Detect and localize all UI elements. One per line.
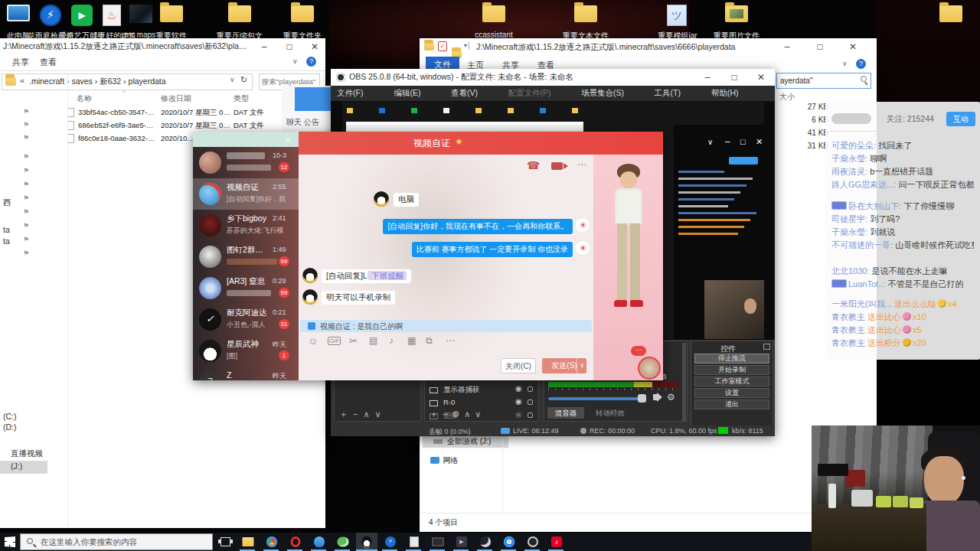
emoji-icon[interactable]: ☺ <box>308 335 318 347</box>
source-row-显示器捕获[interactable]: 显示器捕获◉ <box>425 384 538 396</box>
explorer2-nav-network[interactable]: 网络 <box>430 452 458 466</box>
mixer-tab-active[interactable]: 混音器 <box>547 407 584 419</box>
explorer1-maximize-button[interactable]: □ <box>278 38 301 55</box>
nav-drive-j-selected[interactable]: (J:) <box>0 461 47 474</box>
interact-button[interactable]: 互动 <box>946 112 975 126</box>
obs-menu-文件(F)[interactable]: 文件(F) <box>337 88 363 99</box>
obs-start-record-button[interactable]: 开始录制 <box>694 365 769 375</box>
scenes-toolbar[interactable]: ＋−∧∨ <box>339 409 387 420</box>
taskbar-video-player-button[interactable]: ▶ <box>451 533 472 551</box>
group-window-tabs[interactable]: 聊天 公告 <box>286 117 319 128</box>
qq-message-out[interactable]: 比赛前 赛事方都说了 一定要开录制 你也没录 <box>412 242 573 257</box>
explorer2-search-box[interactable]: ayerdata" <box>776 73 871 89</box>
add-contact-icon[interactable]: ＋ <box>283 133 292 146</box>
taskbar-zip-lightning-button[interactable]: ⚡ <box>380 533 401 551</box>
search-suggestion-highlight[interactable] <box>295 87 331 111</box>
nav-drive-d[interactable]: (D:) <box>3 422 17 432</box>
obs-settings-button[interactable]: 设置 <box>694 388 769 398</box>
sources-toolbar[interactable]: ＋−⚙∧∨ <box>430 409 485 420</box>
chat-bubble-icon[interactable]: ⋯ <box>631 346 646 356</box>
screenshot-icon[interactable]: ✂ <box>349 335 358 347</box>
chat-more-icon[interactable]: ⋯ <box>577 159 586 170</box>
speaker-icon[interactable] <box>653 394 658 400</box>
taskbar-monitor-app-button[interactable] <box>427 533 449 551</box>
nav-pin-icon[interactable]: ⚑ <box>23 208 29 216</box>
nav-label-2[interactable]: ta <box>3 236 10 246</box>
task-view-icon[interactable] <box>220 537 230 546</box>
explorer2-ribbon-collapse-icon[interactable]: ∨ <box>842 60 848 67</box>
explorer1-ribbon-collapse-icon[interactable]: ∨ <box>292 57 298 65</box>
qq-contact-Z[interactable]: ZZ昨天 <box>193 367 299 380</box>
nav-label-1[interactable]: ta <box>3 225 10 234</box>
explorer1-ribbon-tab-share[interactable]: 共享 <box>12 57 29 68</box>
obs-menu-工具(T)[interactable]: 工具(T) <box>655 88 681 99</box>
nav-pin-icon[interactable]: ⚑ <box>23 167 29 174</box>
obs-menu-查看(V)[interactable]: 查看(V) <box>451 88 478 99</box>
explorer2-search-icon[interactable] <box>861 76 867 82</box>
taskbar-obs-button[interactable] <box>522 533 544 551</box>
desktop-icon-ccassistant[interactable]: ccassistant <box>466 3 521 41</box>
obs-minimize-button[interactable]: – <box>696 69 719 86</box>
voice-call-icon[interactable]: ☎ <box>527 159 540 171</box>
qq-contact-星辰武神[interactable]: 星辰武神昨天[图]1 <box>193 335 299 367</box>
explorer2-minimize-button[interactable]: – <box>776 38 799 55</box>
obs-exit-button[interactable]: 退出 <box>694 399 769 409</box>
obs-menu-编辑(E)[interactable]: 编辑(E) <box>394 88 421 99</box>
mixer-gear-icon[interactable]: ⚙ <box>667 392 675 403</box>
breadcrumb[interactable]: .minecraft › saves › 新632 › playerdata <box>29 77 220 87</box>
qq-tray-icon[interactable]: ∨ <box>707 138 713 146</box>
qat-dropdown-icon[interactable]: ▾│ <box>464 42 471 49</box>
refresh-icon[interactable]: ↻ <box>240 75 247 85</box>
column-header-name[interactable]: 名称 <box>77 93 92 104</box>
toolbar-more-icon[interactable]: ⋯ <box>446 335 455 346</box>
nav-pin-icon[interactable]: ⚑ <box>23 181 29 188</box>
taskbar-satellite-button[interactable] <box>475 533 496 551</box>
video-call-icon[interactable] <box>551 162 563 170</box>
explorer1-close-button[interactable]: ✕ <box>303 38 326 55</box>
send-dropdown-icon[interactable]: ∨ <box>577 358 584 373</box>
taskbar-explorer-button[interactable] <box>237 533 259 551</box>
column-header-type[interactable]: 类型 <box>234 93 249 104</box>
qq-message-in[interactable]: 明天可以手机录制 <box>322 291 395 305</box>
transition-tab[interactable]: 转场特效 <box>589 407 632 419</box>
explorer2-maximize-button[interactable]: □ <box>808 38 831 55</box>
qq-contact-视频自证[interactable]: 视频自证2:55[自动回复]你好，我 <box>193 178 299 210</box>
taskbar-chrome-button[interactable] <box>261 533 283 551</box>
lock-icon[interactable] <box>528 386 533 392</box>
desktop-icon-重要软件[interactable]: 重要软件 <box>144 3 199 41</box>
nav-pin-icon[interactable]: ⚑ <box>23 194 29 202</box>
visibility-eye-icon[interactable]: ◉ <box>515 384 522 393</box>
explorer1-ribbon-tab-view[interactable]: 查看 <box>40 57 57 68</box>
obs-menu-配置文件(P)[interactable]: 配置文件(P) <box>508 88 551 99</box>
explorer2-help-icon[interactable]: ? <box>856 59 866 69</box>
taskbar-qq-button[interactable] <box>356 533 377 551</box>
lock-icon[interactable] <box>528 412 533 418</box>
taskbar-tim-button[interactable] <box>309 533 330 551</box>
volume-slider[interactable] <box>548 397 646 400</box>
qq-reply-tipbar[interactable]: 视频自证 : 是我自己的啊 <box>300 320 592 332</box>
qq-close-chat-button[interactable]: 关闭(C) <box>501 358 536 373</box>
nav-pin-icon[interactable]: ⚑ <box>23 249 29 257</box>
file-icon[interactable]: ▤ <box>369 335 377 346</box>
explorer1-help-icon[interactable]: ? <box>306 57 316 67</box>
column-header-date[interactable]: 修改日期 <box>161 93 191 104</box>
qq-contact-blurred[interactable]: 10-312 <box>193 147 299 178</box>
obs-menu-帮助(H)[interactable]: 帮助(H) <box>711 88 739 99</box>
qq-maximize-button[interactable]: □ <box>740 137 746 146</box>
desktop-icon-重要文本文件[interactable]: 重要文本文件 <box>558 3 613 41</box>
qqshow-avatar[interactable] <box>638 357 661 380</box>
qq-message-in[interactable]: [自动回复]L 下班提醒 <box>322 269 411 283</box>
obs-maximize-button[interactable]: □ <box>723 69 746 86</box>
nav-media-label[interactable]: 直播视频 <box>11 448 43 459</box>
column-header-size[interactable]: 大小 <box>779 92 795 103</box>
screen-share-icon[interactable]: ⧉ <box>426 335 433 346</box>
explorer2-close-button[interactable]: ✕ <box>841 38 864 55</box>
qq-contact-图钉2群新成[interactable]: 图钉2群新成1:4999 <box>193 241 299 272</box>
gif-icon[interactable]: GIF <box>328 337 341 345</box>
qq-contact-耐克阿迪达[interactable]: ✓耐克阿迪达0:21小丑色,-混人31 <box>193 304 299 335</box>
qq-send-button[interactable]: 发送(S) ∨ <box>542 358 586 373</box>
qq-close-button[interactable]: ✕ <box>756 137 763 147</box>
obs-close-button[interactable]: ✕ <box>750 69 773 86</box>
breadcrumb-back-icon[interactable]: « <box>20 76 24 85</box>
desktop-icon-重要文件夹[interactable]: 重要文件夹 <box>275 3 330 41</box>
